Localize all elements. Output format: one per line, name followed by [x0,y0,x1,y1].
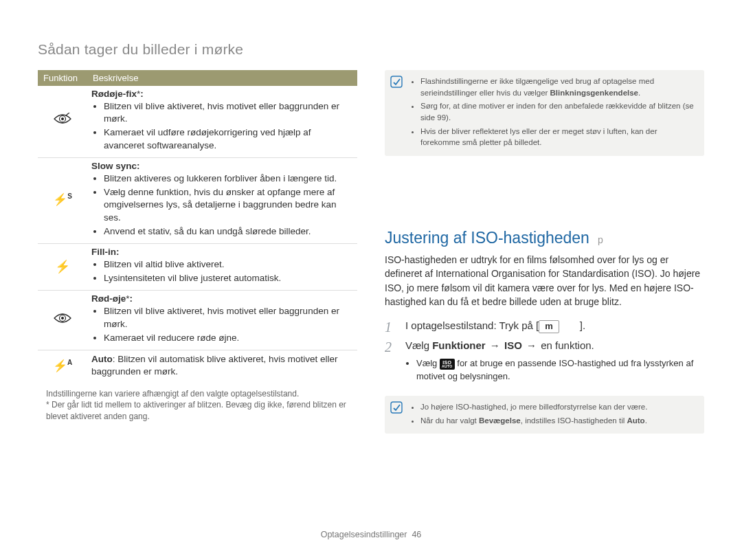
heading-text: Justering af ISO-hastigheden [385,229,589,247]
row-title: Fill-in [91,247,116,257]
list-item: Kameraet vil udføre rødøjekorrigering ve… [104,126,353,151]
table-row: ⚡S Slow sync: Blitzen aktiveres og lukke… [38,157,357,243]
row-title: Rødøje-fix [91,89,137,99]
mode-badge: p [598,234,603,245]
row-title: Rød-øje [91,293,126,304]
intro-paragraph: ISO-hastigheden er udtryk for en films f… [385,253,704,309]
footnote-1: Indstillingerne kan variere afhængigt af… [46,388,357,400]
note-item: Jo højere ISO-hastighed, jo mere billedf… [420,401,647,413]
auto-bold: Auto [91,354,113,364]
sub-pre: Vælg [416,358,440,368]
function-table: Funktion Beskrivelse Rødøje-fix*: Blit [38,70,357,383]
th-description: Beskrivelse [87,70,357,86]
list-item: Kameraet vil reducere røde øjne. [104,332,353,344]
auto-flash-icon: ⚡A [38,350,87,383]
sub-item: Vælg ISOAUTO for at bruge en passende IS… [416,357,704,383]
th-function: Funktion [38,70,87,86]
page-title: Sådan tager du billeder i mørke [38,41,704,58]
list-item: Blitzen aktiveres og lukkeren forbliver … [104,172,353,185]
asterisk: * [126,293,129,304]
table-row: ⚡A Auto: Blitzen vil automatisk blive ak… [38,350,357,383]
svg-line-2 [66,113,70,115]
auto-text: : Blitzen vil automatisk blive aktiveret… [91,354,338,377]
step2-b1: Funktioner [432,339,486,351]
step2-post: en funktion. [541,339,594,351]
right-column: Flashindstillingerne er ikke tilgængelig… [385,70,704,445]
redeye-fix-icon [38,86,87,157]
left-column: Funktion Beskrivelse Rødøje-fix*: Blit [38,70,357,423]
table-row: Rød-øje*: Blitzen vil blive aktiveret, h… [38,291,357,350]
table-row: Rødøje-fix*: Blitzen vil blive aktiveret… [38,86,357,157]
row-title: Slow sync [91,161,137,171]
red-eye-icon [38,291,87,350]
menu-button: m [539,320,559,333]
svg-rect-6 [391,402,402,413]
note-item: Hvis der bliver reflekteret lys eller de… [420,126,697,148]
arrow-icon: → [522,339,541,351]
list-item: Lysintensiteten vil blive justeret autom… [104,272,353,284]
step-1: I optagelsestilstand: Tryk på [m]. [385,318,704,334]
footnotes: Indstillingerne kan variere afhængigt af… [38,388,357,423]
bold-blink: Blinkningsgenkendelse [550,89,638,97]
b2-post: . [645,416,647,425]
b2-pre: Når du har valgt [420,416,479,425]
step-sub: Vælg ISOAUTO for at bruge en passende IS… [405,357,704,383]
slow-sync-icon: ⚡S [38,157,87,243]
b2-mid: , indstilles ISO-hastigheden til [521,416,627,425]
svg-rect-5 [391,76,402,87]
footer: Optagelsesindstillinger 46 [0,530,742,539]
asterisk: * [137,89,140,99]
note-box-bottom: Jo højere ISO-hastighed, jo mere billedf… [385,396,704,434]
note-item: Sørg for, at dine motiver er inden for d… [420,100,697,123]
b2-bold2: Auto [627,416,644,425]
b2-bold: Bevægelse [479,416,521,425]
list-item: Vælg denne funktion, hvis du ønsker at o… [104,186,353,224]
list-item: Blitzen vil blive aktiveret, hvis motive… [104,305,353,330]
note-item: Flashindstillingerne er ikke tilgængelig… [420,76,697,98]
list-item: Blitzen vil altid blive aktiveret. [104,258,353,271]
iso-auto-icon: ISOAUTO [440,359,455,370]
svg-point-4 [61,317,64,320]
footnote-2: * Der går lidt tid mellem to aktiveringe… [46,399,357,423]
note-icon [390,401,403,414]
footer-page: 46 [412,530,421,539]
fill-in-icon: ⚡ [38,243,87,290]
arrow-icon: → [486,339,504,351]
footer-label: Optagelsesindstillinger [321,530,407,539]
section-heading: Justering af ISO-hastigheden p [385,229,704,247]
step1-post: ]. [580,320,585,331]
note-item: Når du har valgt Bevægelse, indstilles I… [420,415,647,427]
note-icon [390,76,403,88]
step2-b2: ISO [504,339,522,351]
steps-list: I optagelsestilstand: Tryk på [m]. Vælg … [385,318,704,353]
svg-point-1 [61,117,64,120]
table-row: ⚡ Fill-in: Blitzen vil altid blive aktiv… [38,243,357,290]
sub-post: for at bruge en passende ISO-hastighed u… [416,358,693,381]
list-item: Anvend et stativ, så du kan undgå sløred… [104,225,353,238]
step-2: Vælg Funktioner → ISO → en funktion. [385,338,704,354]
list-item: Blitzen vil blive aktiveret, hvis motive… [104,100,353,125]
step1-pre: I optagelsestilstand: Tryk på [ [405,320,539,331]
note-box-top: Flashindstillingerne er ikke tilgængelig… [385,70,704,156]
step2-pre: Vælg [405,339,432,351]
